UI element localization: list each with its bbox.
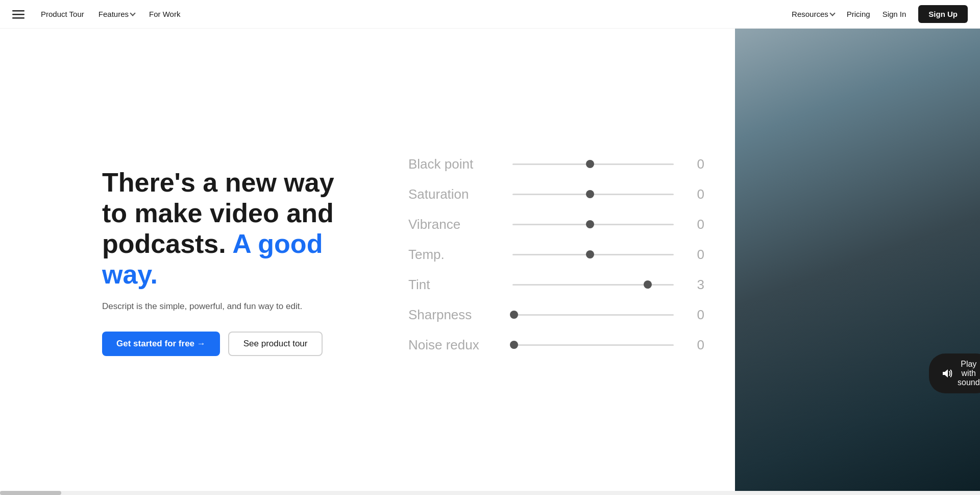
nav-sign-in[interactable]: Sign In: [883, 10, 906, 18]
slider-thumb[interactable]: [586, 190, 594, 198]
nav-right: Resources Pricing Sign In Sign Up: [792, 5, 968, 23]
hero-subtitle: Descript is the simple, powerful, and fu…: [102, 300, 347, 313]
slider-track[interactable]: [512, 284, 674, 286]
hero-buttons: Get started for free → See product tour: [102, 332, 347, 356]
slider-row: Sharpness0: [408, 307, 704, 323]
nav-product-tour[interactable]: Product Tour: [41, 10, 84, 18]
slider-row: Black point0: [408, 156, 704, 172]
slider-label: Black point: [408, 156, 500, 172]
slider-thumb[interactable]: [586, 220, 594, 228]
slider-value: 0: [686, 186, 704, 202]
slider-label: Vibrance: [408, 217, 500, 232]
slider-row: Vibrance0: [408, 217, 704, 232]
menu-icon: [12, 8, 24, 20]
nav-for-work[interactable]: For Work: [149, 10, 180, 18]
slider-value: 0: [686, 156, 704, 172]
slider-thumb[interactable]: [510, 311, 518, 319]
image-panel: [735, 29, 980, 495]
hero-section: There's a new way to make video and podc…: [0, 29, 388, 495]
slider-track[interactable]: [512, 314, 674, 316]
slider-track[interactable]: [512, 163, 674, 166]
slider-value: 0: [686, 247, 704, 263]
chevron-down-icon: [130, 10, 135, 16]
slider-value: 0: [686, 307, 704, 323]
slider-label: Tint: [408, 277, 500, 293]
scrollbar[interactable]: [0, 491, 980, 495]
nav-features[interactable]: Features: [99, 10, 135, 18]
right-panel: Black point0Saturation0Vibrance0Temp.0Ti…: [388, 29, 980, 495]
slider-label: Saturation: [408, 186, 500, 202]
play-sound-label: Play with sound: [958, 360, 980, 387]
slider-label: Temp.: [408, 247, 500, 263]
chevron-down-icon: [829, 10, 835, 16]
scrollbar-thumb[interactable]: [0, 491, 61, 495]
svg-rect-1: [12, 14, 24, 15]
slider-row: Tint3: [408, 277, 704, 293]
slider-track[interactable]: [512, 194, 674, 196]
slider-track[interactable]: [512, 254, 674, 256]
nav-resources[interactable]: Resources: [792, 10, 835, 18]
slider-value: 0: [686, 337, 704, 353]
hero-title: There's a new way to make video and podc…: [102, 168, 347, 290]
slider-value: 3: [686, 277, 704, 293]
slider-track[interactable]: [512, 224, 674, 226]
slider-label: Sharpness: [408, 307, 500, 323]
slider-track[interactable]: [512, 344, 674, 346]
slider-thumb[interactable]: [586, 250, 594, 258]
slider-thumb[interactable]: [510, 341, 518, 349]
slider-label: Noise redux: [408, 337, 500, 353]
see-product-tour-button[interactable]: See product tour: [228, 332, 323, 356]
get-started-button[interactable]: Get started for free →: [102, 332, 220, 356]
slider-row: Saturation0: [408, 186, 704, 202]
slider-value: 0: [686, 217, 704, 232]
svg-rect-2: [12, 17, 24, 19]
nav-pricing[interactable]: Pricing: [847, 10, 870, 18]
slider-thumb[interactable]: [586, 160, 594, 168]
nav-links: Product Tour Features For Work: [41, 10, 792, 18]
page-wrapper: There's a new way to make video and podc…: [0, 0, 980, 495]
slider-thumb[interactable]: [644, 280, 652, 289]
speaker-icon: [941, 368, 952, 379]
svg-rect-0: [12, 10, 24, 12]
nav-right-links: Resources Pricing Sign In: [792, 10, 906, 18]
slider-row: Temp.0: [408, 247, 704, 263]
signup-button[interactable]: Sign Up: [918, 5, 968, 23]
slider-row: Noise redux0: [408, 337, 704, 353]
navbar: Product Tour Features For Work Resources…: [0, 0, 980, 29]
sliders-panel: Black point0Saturation0Vibrance0Temp.0Ti…: [388, 29, 735, 495]
logo[interactable]: [12, 8, 24, 20]
play-with-sound-button[interactable]: Play with sound: [929, 353, 980, 393]
